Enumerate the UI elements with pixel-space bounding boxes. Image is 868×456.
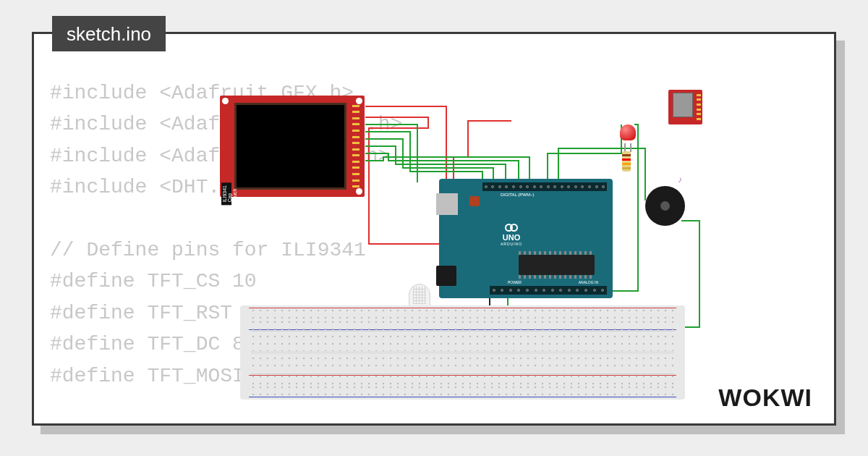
led-bulb-icon [620, 124, 636, 140]
resistor[interactable] [622, 151, 631, 172]
sd-card-module[interactable] [668, 90, 702, 124]
music-note-icon: ♪ [678, 174, 682, 185]
power-jack-icon [436, 266, 456, 286]
tft-screen [234, 103, 346, 190]
microcontroller-chip-icon [519, 255, 595, 275]
editor-card: #include <Adafruit_GFX.h> #include <Adaf… [32, 32, 836, 426]
file-tab[interactable]: sketch.ino [52, 16, 166, 51]
circuit-diagram[interactable]: ILI9341 Cap Touch DIGITAL (PWM~) ANALOG … [208, 85, 714, 403]
buzzer[interactable] [645, 186, 685, 226]
brand-name: WOKWI [718, 384, 812, 411]
tft-label: ILI9341 Cap Touch [221, 182, 231, 205]
sd-pins [697, 93, 701, 122]
arduino-logo-icon: UNO ARDUINO [501, 224, 522, 246]
arduino-brand: ARDUINO [501, 242, 522, 246]
tft-pins [352, 103, 362, 190]
sd-slot-icon [673, 93, 693, 117]
file-tab-label: sketch.ino [67, 23, 151, 45]
breadboard[interactable] [240, 305, 685, 400]
digital-label: DIGITAL (PWM~) [501, 193, 535, 197]
wokwi-logo: WOKWI [718, 384, 812, 412]
arduino-model: UNO [501, 233, 522, 242]
arduino-uno[interactable]: DIGITAL (PWM~) ANALOG IN POWER UNO ARDUI… [439, 179, 613, 298]
usb-port-icon [436, 193, 458, 215]
analog-label: ANALOG IN [579, 280, 598, 284]
tft-display[interactable]: ILI9341 Cap Touch [220, 96, 365, 197]
analog-header [490, 286, 607, 295]
power-label: POWER [508, 280, 522, 284]
reset-button-icon [469, 196, 480, 206]
digital-header [482, 182, 607, 191]
led-red[interactable] [620, 124, 636, 146]
